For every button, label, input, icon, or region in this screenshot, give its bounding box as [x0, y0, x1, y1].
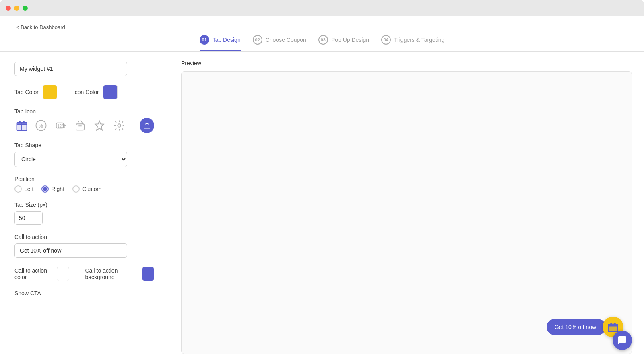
tab-icon-group: Tab Icon	[14, 108, 154, 133]
svg-text:%: %	[39, 123, 43, 129]
position-radio-group: Left Right Custom	[14, 185, 154, 193]
chat-fab[interactable]	[613, 331, 632, 350]
svg-marker-11	[95, 121, 104, 130]
svg-rect-9	[76, 124, 84, 130]
icons-row: % 12%	[14, 118, 154, 133]
icon-divider	[133, 118, 133, 133]
dot-yellow[interactable]	[14, 6, 19, 11]
cta-color-item: Call to action color	[14, 267, 69, 281]
preview-label: Preview	[181, 60, 632, 66]
step-1-label: Tab Design	[213, 37, 241, 43]
step-3-label: Pop Up Design	[331, 37, 369, 43]
radio-left-circle	[14, 185, 22, 193]
step-2-label: Choose Coupon	[266, 37, 306, 43]
step-4-label: Triggers & Targeting	[394, 37, 444, 43]
icon-color-item: Icon Color	[73, 85, 118, 99]
left-panel: Tab Color Icon Color Tab Icon	[0, 52, 169, 362]
tab-icon-label: Tab Icon	[14, 108, 154, 115]
radio-right-label: Right	[51, 186, 64, 192]
step-2-num: 02	[253, 35, 262, 45]
svg-point-12	[118, 124, 121, 127]
color-row: Tab Color Icon Color	[14, 85, 154, 99]
radio-custom-label: Custom	[82, 186, 101, 192]
cta-color-label: Call to action color	[14, 267, 53, 280]
header: < Back to Dashboard 01 Tab Design 02 Cho…	[0, 16, 644, 52]
dot-green[interactable]	[23, 6, 28, 11]
step-4-num: 04	[381, 35, 391, 45]
widget-name-input[interactable]	[14, 62, 127, 76]
tab-shape-label: Tab Shape	[14, 142, 154, 148]
cta-color-row: Call to action color Call to action back…	[14, 267, 154, 281]
cta-bg-item: Call to action background	[85, 267, 155, 281]
icon-tag[interactable]: 12%	[54, 118, 68, 133]
icon-settings[interactable]	[111, 118, 126, 133]
icon-upload[interactable]	[140, 118, 154, 133]
steps: 01 Tab Design 02 Choose Coupon 03 Pop Up…	[16, 35, 628, 51]
tab-color-swatch[interactable]	[43, 85, 57, 99]
tab-color-item: Tab Color	[14, 85, 57, 99]
step-popup-design[interactable]: 03 Pop Up Design	[318, 35, 369, 51]
step-triggers[interactable]: 04 Triggers & Targeting	[381, 35, 444, 51]
cta-bg-swatch[interactable]	[142, 267, 154, 281]
tab-size-label: Tab Size (px)	[14, 202, 154, 208]
icon-gift[interactable]	[14, 118, 29, 133]
position-group: Position Left Right Custom	[14, 176, 154, 193]
cta-bg-label: Call to action background	[85, 267, 138, 280]
radio-right-circle	[41, 185, 49, 193]
tab-shape-group: Tab Shape Circle Rectangle Rounded	[14, 142, 154, 167]
icon-star[interactable]	[92, 118, 107, 133]
titlebar	[0, 0, 644, 16]
tab-color-label: Tab Color	[14, 89, 39, 95]
preview-box: Get 10% off now!	[181, 71, 632, 354]
step-1-num: 01	[200, 35, 209, 45]
icon-color-label: Icon Color	[73, 89, 99, 95]
step-choose-coupon[interactable]: 02 Choose Coupon	[253, 35, 306, 51]
preview-cta-bubble: Get 10% off now!	[547, 319, 606, 335]
tab-size-input[interactable]	[14, 211, 43, 225]
cta-color-swatch[interactable]	[57, 267, 69, 281]
radio-custom-circle	[72, 185, 80, 193]
position-right[interactable]: Right	[41, 185, 64, 193]
tab-size-group: Tab Size (px)	[14, 202, 154, 225]
dot-red[interactable]	[6, 6, 11, 11]
icon-percent[interactable]: %	[34, 118, 48, 133]
position-left[interactable]: Left	[14, 185, 33, 193]
show-cta-label: Show CTA	[14, 290, 154, 296]
step-3-num: 03	[318, 35, 328, 45]
widget-name-group	[14, 62, 154, 76]
cta-label: Call to action	[14, 234, 154, 240]
cta-input[interactable]	[14, 243, 127, 258]
show-cta-group: Show CTA	[14, 290, 154, 296]
position-custom[interactable]: Custom	[72, 185, 101, 193]
radio-left-label: Left	[24, 186, 33, 192]
position-label: Position	[14, 176, 154, 182]
preview-widget: Get 10% off now!	[547, 317, 623, 337]
back-link[interactable]: < Back to Dashboard	[16, 24, 628, 30]
icon-bag[interactable]	[73, 118, 87, 133]
step-tab-design[interactable]: 01 Tab Design	[200, 35, 241, 51]
tab-shape-select[interactable]: Circle Rectangle Rounded	[14, 152, 127, 167]
icon-color-swatch[interactable]	[103, 85, 118, 99]
cta-group: Call to action	[14, 234, 154, 258]
content-area: Tab Color Icon Color Tab Icon	[0, 52, 644, 362]
right-panel: Preview Get 10% off now!	[169, 52, 644, 362]
